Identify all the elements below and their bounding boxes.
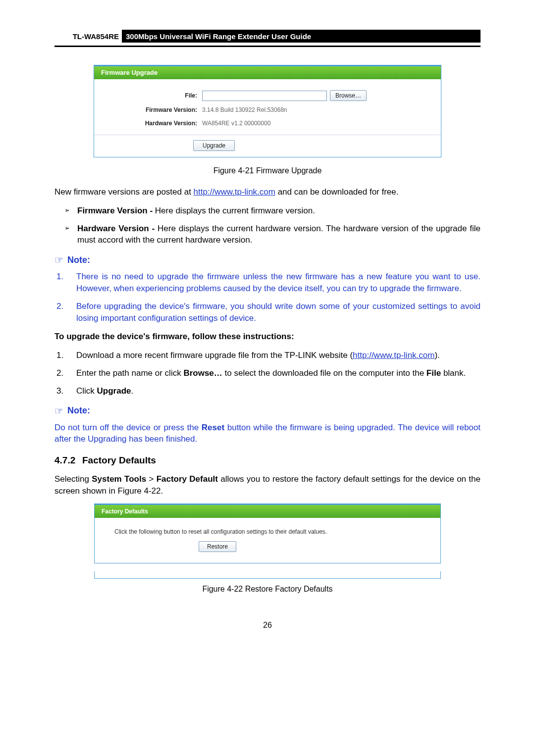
note-item-2: Before upgrading the device's firmware, …: [56, 301, 481, 324]
section-4-7-2-paragraph: Selecting System Tools > Factory Default…: [54, 473, 481, 497]
firmware-upgrade-panel-title: Firmware Upgrade: [94, 66, 441, 79]
panel-footer-strip: [94, 571, 441, 579]
note-2-row: ☞ Note:: [54, 404, 481, 418]
section-4-7-2-heading: 4.7.2Factory Defaults: [54, 454, 481, 467]
instruction-1: Download a more recent firmware upgrade …: [56, 350, 481, 361]
figure-4-22-caption: Figure 4-22 Restore Factory Defaults: [54, 584, 481, 595]
hardware-version-value: WA854RE v1.2 00000000: [202, 119, 429, 128]
tp-link-url-2[interactable]: http://www.tp-link.com: [353, 351, 434, 360]
hand-icon: ☞: [54, 404, 63, 418]
firmware-upgrade-panel: Firmware Upgrade File: Browse… Firmware …: [94, 65, 441, 157]
factory-defaults-desc: Click the following button to reset all …: [114, 528, 421, 536]
hardware-version-label: Hardware Version:: [106, 119, 202, 128]
download-paragraph: New firmware versions are posted at http…: [54, 186, 481, 198]
instruction-3: Click Upgrade.: [56, 385, 481, 397]
header-title: 300Mbps Universal WiFi Range Extender Us…: [122, 30, 481, 43]
note-label: Note:: [67, 404, 90, 417]
figure-4-21-caption: Figure 4-21 Firmware Upgrade: [54, 165, 481, 176]
tp-link-url[interactable]: http://www.tp-link.com: [194, 187, 275, 197]
note-label: Note:: [67, 254, 90, 266]
firmware-version-value: 3.14.8 Build 130922 Rel.53068n: [202, 106, 429, 114]
page-number: 26: [54, 620, 481, 631]
factory-defaults-panel-title: Factory Defaults: [95, 505, 440, 518]
header-model: TL-WA854RE: [54, 30, 122, 43]
header-rule: [54, 46, 481, 47]
file-input[interactable]: [202, 91, 327, 101]
file-label: File:: [106, 92, 202, 100]
factory-defaults-panel: Factory Defaults Click the following but…: [94, 504, 441, 579]
firmware-version-label: Firmware Version:: [106, 106, 202, 114]
browse-button[interactable]: Browse…: [330, 90, 367, 101]
note-1-row: ☞ Note:: [54, 253, 481, 267]
page-header: TL-WA854RE 300Mbps Universal WiFi Range …: [54, 30, 481, 43]
instructions-heading: To upgrade the device's firmware, follow…: [54, 331, 481, 343]
restore-button[interactable]: Restore: [199, 541, 236, 552]
bullet-firmware-version: Firmware Version - Here displays the cur…: [67, 205, 481, 217]
note-2-paragraph: Do not turn off the device or press the …: [54, 422, 481, 446]
hand-icon: ☞: [54, 253, 63, 267]
upgrade-button[interactable]: Upgrade: [193, 140, 235, 151]
note-item-1: There is no need to upgrade the firmware…: [56, 271, 481, 295]
instruction-2: Enter the path name or click Browse… to …: [56, 367, 481, 379]
bullet-hardware-version: Hardware Version - Here displays the cur…: [67, 223, 481, 247]
